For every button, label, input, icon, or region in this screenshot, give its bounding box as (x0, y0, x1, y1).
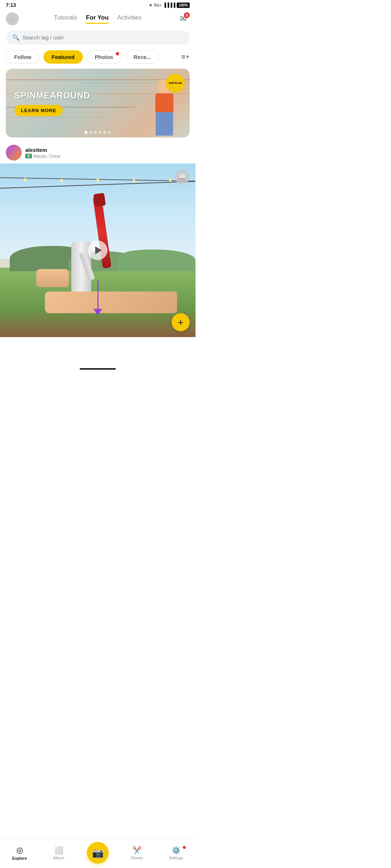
header-nav: ◎ Tutorials For You Activities ✉ 8 (0, 9, 196, 27)
person-legs (156, 112, 173, 136)
signal-icon: 5G+ (154, 3, 161, 7)
book-icon: 📖 (178, 173, 186, 181)
post-header: alexitem 🀄 Macao, China (0, 141, 196, 163)
play-button[interactable] (88, 241, 108, 260)
create-post-fab[interactable]: + (172, 313, 190, 331)
status-bar: 7:13 ∗ 5G+ ▐▐▐▐ 100% (0, 0, 196, 9)
search-icon: 🔍 (12, 34, 20, 41)
post-location: 🀄 Macao, China (25, 154, 190, 159)
app-logo[interactable]: ◎ (6, 12, 19, 25)
dot-3[interactable] (94, 131, 97, 134)
filter-tab-follow[interactable]: Follow (6, 50, 40, 64)
play-triangle-icon (95, 246, 102, 254)
banner-title: SPINMEAROUND (14, 90, 181, 101)
bookmark-button[interactable]: 📖 (175, 169, 190, 184)
dot-4[interactable] (99, 131, 102, 134)
status-icons: ∗ 5G+ ▐▐▐▐ 100% (149, 3, 190, 8)
post-info: alexitem 🀄 Macao, China (25, 147, 190, 159)
dot-6[interactable] (108, 131, 111, 134)
filter-tabs: Follow Featured Photos Rece... ≡+ (0, 47, 196, 67)
user-avatar[interactable] (6, 145, 22, 161)
post-card: alexitem 🀄 Macao, China (0, 141, 196, 337)
tab-for-you[interactable]: For You (86, 14, 109, 24)
string-lights (0, 177, 196, 183)
bluetooth-icon: ∗ (149, 3, 152, 8)
search-bar[interactable]: 🔍 (6, 30, 190, 44)
post-image[interactable]: 📖 + (0, 163, 196, 337)
arrow-head (93, 309, 102, 315)
filter-tab-recent[interactable]: Rece... (125, 50, 159, 64)
purple-arrow-annotation (93, 280, 102, 315)
bars-icon: ▐▐▐▐ (163, 3, 175, 8)
banner-pagination-dots (85, 131, 111, 134)
notification-button[interactable]: ✉ 8 (177, 12, 190, 25)
location-flag-icon: 🀄 (25, 154, 32, 158)
filter-tab-featured[interactable]: Featured (43, 50, 83, 64)
featured-banner: SHOTLAB SPINMEAROUND LEARN MORE (6, 69, 190, 137)
filter-more-icon: ≡+ (181, 53, 190, 61)
notification-badge: 8 (184, 12, 190, 18)
battery-indicator: 100% (177, 3, 190, 8)
filter-more-button[interactable]: ≡+ (181, 53, 190, 61)
shotlab-badge: SHOTLAB (166, 74, 185, 93)
search-input[interactable] (22, 34, 183, 41)
banner-learn-more-button[interactable]: LEARN MORE (14, 105, 63, 116)
photos-notification-dot (116, 52, 119, 55)
search-bar-wrapper: 🔍 (0, 27, 196, 47)
arrow-line (97, 280, 98, 309)
dot-2[interactable] (89, 131, 92, 134)
home-indicator (80, 368, 116, 370)
plus-icon: + (178, 317, 183, 328)
dot-1[interactable] (85, 131, 88, 134)
logo-icon: ◎ (9, 14, 16, 23)
tab-activities[interactable]: Activities (117, 14, 142, 24)
hand-left (36, 269, 69, 287)
home-indicator-area (0, 337, 196, 372)
filter-tab-photos[interactable]: Photos (87, 50, 122, 64)
post-username[interactable]: alexitem (25, 147, 190, 153)
nav-tabs: Tutorials For You Activities (19, 14, 177, 24)
hand-right (45, 292, 177, 313)
dot-5[interactable] (104, 131, 106, 134)
status-time: 7:13 (6, 2, 16, 8)
red-handle-end (93, 193, 106, 207)
tab-tutorials[interactable]: Tutorials (54, 14, 77, 24)
